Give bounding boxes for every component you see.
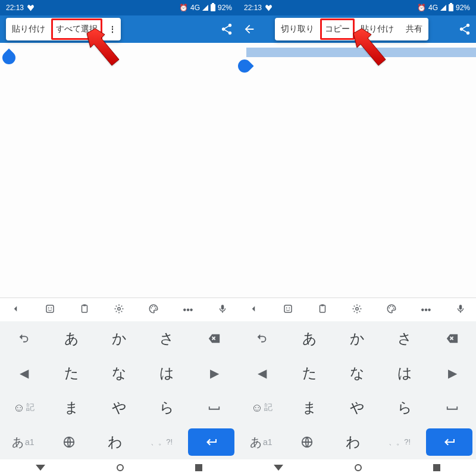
key-right[interactable]: ▶ [190, 356, 238, 390]
key-ta[interactable]: た [286, 356, 333, 390]
key-a[interactable]: あ [48, 321, 95, 356]
svg-point-3 [51, 307, 52, 308]
status-bar: 22:13 ⏰ 4G 92% [238, 0, 476, 15]
key-undo[interactable] [0, 321, 48, 356]
svg-point-15 [286, 307, 287, 308]
key-wa[interactable]: わ [92, 425, 139, 459]
key-emoji-mode[interactable]: ☺記 [238, 390, 286, 425]
key-na[interactable]: な [95, 356, 143, 390]
key-right[interactable]: ▶ [428, 356, 476, 390]
nav-recent-icon[interactable] [433, 464, 440, 471]
key-sa[interactable]: さ [381, 321, 428, 356]
key-input-mode[interactable]: あa1 [238, 425, 284, 459]
kbd-clipboard-icon[interactable] [73, 303, 96, 317]
key-ma[interactable]: ま [48, 390, 95, 425]
ctx-cut[interactable]: 切り取り [275, 24, 320, 35]
kbd-theme-icon[interactable] [142, 303, 165, 317]
status-network: 4G [190, 4, 200, 12]
keyboard-toolbar: ••• [0, 298, 238, 321]
key-sa[interactable]: さ [143, 321, 190, 356]
key-ha[interactable]: は [381, 356, 428, 390]
kbd-theme-icon[interactable] [380, 303, 403, 317]
key-ka[interactable]: か [95, 321, 143, 356]
selection-handle-start[interactable] [235, 57, 253, 75]
svg-point-20 [389, 307, 390, 308]
key-ta[interactable]: た [48, 356, 95, 390]
key-ha[interactable]: は [143, 356, 190, 390]
key-backspace[interactable] [428, 321, 476, 356]
key-emoji-mode[interactable]: ☺記 [0, 390, 48, 425]
share-icon[interactable] [458, 23, 471, 36]
kbd-sticker-icon[interactable] [38, 303, 62, 317]
ctx-share[interactable]: 共有 [400, 24, 428, 35]
kbd-collapse-icon[interactable] [242, 303, 265, 317]
key-undo[interactable] [238, 321, 286, 356]
svg-point-8 [152, 305, 154, 306]
text-caret-handle[interactable] [0, 48, 18, 67]
key-ya[interactable]: や [95, 390, 143, 425]
key-left[interactable]: ◀ [238, 356, 286, 390]
key-enter[interactable] [426, 428, 472, 456]
key-globe[interactable] [46, 425, 93, 459]
key-ka[interactable]: か [333, 321, 381, 356]
key-ra[interactable]: ら [143, 390, 190, 425]
svg-point-16 [289, 307, 290, 308]
key-globe[interactable] [284, 425, 331, 459]
nav-back-icon[interactable] [36, 465, 45, 471]
kbd-settings-icon[interactable] [345, 303, 369, 317]
svg-point-7 [151, 307, 152, 308]
svg-rect-1 [46, 305, 54, 312]
key-left[interactable]: ◀ [0, 356, 48, 390]
svg-rect-5 [83, 304, 86, 306]
annotation-arrow [344, 26, 392, 76]
key-a[interactable]: あ [286, 321, 333, 356]
nav-back-icon[interactable] [274, 465, 283, 471]
kbd-collapse-icon[interactable] [4, 303, 27, 317]
key-input-mode[interactable]: あa1 [0, 425, 46, 459]
key-space[interactable] [428, 390, 476, 425]
svg-point-23 [393, 308, 394, 309]
kbd-more-icon[interactable]: ••• [176, 305, 200, 315]
back-icon[interactable] [243, 23, 256, 36]
share-icon[interactable] [220, 23, 233, 36]
key-ma[interactable]: ま [286, 390, 333, 425]
svg-marker-13 [353, 29, 386, 65]
kbd-clipboard-icon[interactable] [311, 303, 334, 317]
key-backspace[interactable] [190, 321, 238, 356]
status-time: 22:13 [6, 4, 24, 12]
key-punct[interactable]: 、。?! [377, 425, 423, 459]
svg-point-6 [118, 307, 121, 310]
nav-bar [0, 459, 238, 476]
battery-icon [211, 4, 215, 11]
ctx-paste[interactable]: 貼り付け [6, 24, 51, 35]
status-time: 22:13 [244, 4, 262, 12]
svg-rect-11 [221, 305, 224, 309]
key-punct[interactable]: 、。?! [139, 425, 185, 459]
nav-bar [238, 459, 476, 476]
status-battery: 92% [218, 4, 232, 12]
keyboard: ••• あ か さ ◀ た な は ▶ [0, 298, 238, 459]
key-enter[interactable] [188, 428, 234, 456]
kbd-mic-icon[interactable] [211, 303, 234, 317]
signal-icon [202, 5, 208, 11]
kbd-mic-icon[interactable] [449, 303, 472, 317]
key-space[interactable] [190, 390, 238, 425]
kbd-more-icon[interactable]: ••• [414, 305, 438, 315]
nav-home-icon[interactable] [355, 464, 362, 471]
svg-rect-24 [459, 305, 462, 309]
battery-icon [449, 4, 453, 11]
svg-rect-14 [284, 305, 292, 312]
key-na[interactable]: な [333, 356, 381, 390]
keyboard-toolbar: ••• [238, 298, 476, 321]
nav-home-icon[interactable] [117, 464, 124, 471]
key-ra[interactable]: ら [381, 390, 428, 425]
kbd-sticker-icon[interactable] [276, 303, 300, 317]
svg-rect-18 [321, 304, 324, 306]
svg-rect-17 [320, 305, 325, 312]
kbd-settings-icon[interactable] [107, 303, 131, 317]
alarm-icon: ⏰ [417, 4, 426, 12]
status-network: 4G [428, 4, 438, 12]
key-ya[interactable]: や [333, 390, 381, 425]
key-wa[interactable]: わ [330, 425, 377, 459]
nav-recent-icon[interactable] [195, 464, 202, 471]
